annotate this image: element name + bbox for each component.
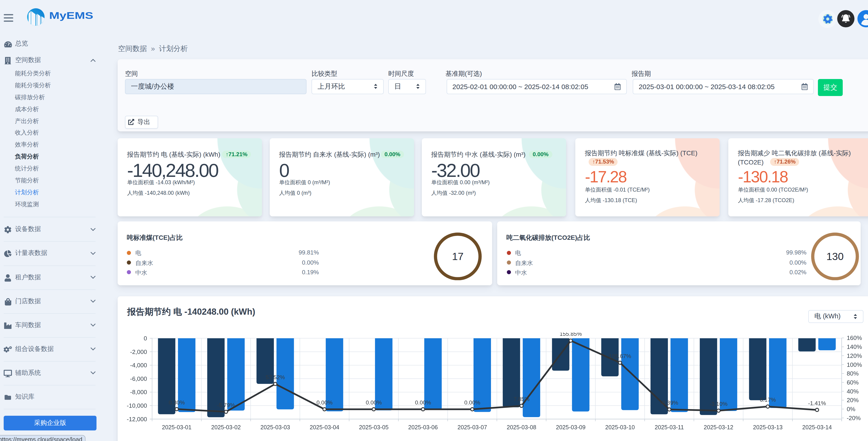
svg-text:105.67%: 105.67%: [609, 353, 631, 359]
svg-text:80%: 80%: [847, 370, 859, 377]
svg-text:2025-03-13: 2025-03-13: [753, 424, 782, 431]
svg-text:0.30%: 0.30%: [168, 400, 185, 406]
svg-text:-1.41%: -1.41%: [808, 400, 826, 406]
svg-text:-8,000: -8,000: [130, 389, 147, 396]
svg-text:-2,000: -2,000: [130, 348, 147, 355]
svg-text:-3.10%: -3.10%: [710, 401, 727, 407]
svg-text:-12,000: -12,000: [127, 416, 147, 422]
svg-text:-0.39%: -0.39%: [660, 400, 678, 406]
svg-text:2025-03-05: 2025-03-05: [359, 424, 389, 431]
svg-text:2025-03-14: 2025-03-14: [802, 424, 832, 431]
svg-text:2025-03-11: 2025-03-11: [655, 424, 684, 431]
svg-text:155.85%: 155.85%: [560, 333, 582, 337]
svg-text:160%: 160%: [847, 335, 862, 341]
svg-text:2025-03-03: 2025-03-03: [260, 424, 290, 431]
svg-text:2025-03-07: 2025-03-07: [458, 424, 487, 431]
svg-text:17: 17: [452, 250, 463, 262]
svg-text:-6,000: -6,000: [130, 375, 147, 382]
svg-text:-10,000: -10,000: [127, 402, 147, 409]
svg-text:0.00%: 0.00%: [415, 400, 431, 406]
svg-text:0: 0: [144, 335, 147, 342]
svg-text:120%: 120%: [847, 352, 862, 359]
svg-text:6.17%: 6.17%: [760, 397, 776, 403]
svg-text:130: 130: [827, 250, 844, 262]
svg-text:40%: 40%: [847, 388, 859, 395]
svg-text:20%: 20%: [847, 397, 859, 404]
svg-text:-5.79%: -5.79%: [217, 402, 235, 408]
svg-text:2025-03-06: 2025-03-06: [408, 424, 438, 431]
svg-text:57.52%: 57.52%: [266, 374, 285, 380]
svg-text:140%: 140%: [847, 343, 862, 350]
svg-text:0.00%: 0.00%: [464, 400, 480, 406]
svg-text:2025-03-02: 2025-03-02: [211, 424, 241, 431]
svg-text:0%: 0%: [847, 406, 855, 412]
svg-text:-4,000: -4,000: [130, 362, 147, 369]
svg-text:2025-03-10: 2025-03-10: [605, 424, 635, 431]
svg-text:2025-03-04: 2025-03-04: [310, 424, 339, 431]
svg-text:-20%: -20%: [847, 415, 861, 421]
svg-text:0.00%: 0.00%: [317, 400, 333, 406]
svg-text:60%: 60%: [847, 379, 859, 386]
svg-text:0.00%: 0.00%: [366, 400, 382, 406]
svg-text:2025-03-01: 2025-03-01: [162, 424, 192, 431]
svg-text:100%: 100%: [847, 361, 862, 368]
svg-text:2025-03-12: 2025-03-12: [704, 424, 733, 431]
svg-text:2025-03-08: 2025-03-08: [506, 424, 536, 431]
svg-text:7.85%: 7.85%: [514, 396, 530, 402]
svg-text:2025-03-09: 2025-03-09: [556, 424, 586, 431]
